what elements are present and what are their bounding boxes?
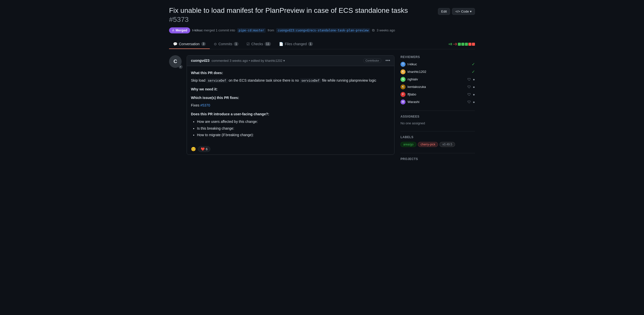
- breaking-change-list: How are users affected by this change: I…: [191, 119, 390, 138]
- reviewer-avatar-4: K: [400, 84, 406, 89]
- label-cherry-pick[interactable]: cherry-pick: [418, 142, 438, 147]
- sidebar-divider-2: [400, 131, 475, 131]
- fixes-text-para: Fixes #5370: [191, 102, 390, 108]
- code-label: Code: [461, 10, 469, 13]
- code-servicedef-1: serviceDef: [206, 78, 227, 83]
- tab-commits[interactable]: ⊙ Commits 1: [210, 39, 243, 49]
- comment-reactions: 😊 ❤️ 6: [187, 144, 394, 154]
- diff-sq-3: [465, 43, 468, 46]
- merge-icon: ⑃: [172, 28, 174, 32]
- reviewer-name-3: nghialv: [408, 77, 465, 81]
- projects-section: Projects: [400, 157, 475, 161]
- diff-sq-2: [461, 43, 464, 46]
- list-item-3: How to migrate (if breaking change):: [197, 132, 390, 138]
- comment-menu-button[interactable]: •••: [385, 58, 390, 63]
- tab-files-count: 1: [308, 42, 313, 46]
- shield-icon-4: 🛡: [467, 85, 471, 89]
- commit-count: 1 commit: [216, 28, 229, 32]
- section-what-text: Skip load serviceDef on the ECS standalo…: [191, 78, 390, 83]
- reviewer-dot-3: ●: [473, 77, 475, 81]
- tab-files-label: Files changed: [285, 42, 307, 46]
- shield-icon-5: 🛡: [467, 92, 471, 96]
- tab-commits-count: 1: [234, 42, 238, 46]
- edited-dropdown-icon[interactable]: ▾: [283, 59, 285, 63]
- pr-title-text: Fix unable to load manifest for PlanPrev…: [169, 7, 408, 14]
- skip-load-text: Skip load: [191, 78, 206, 82]
- pr-number: #5373: [169, 16, 189, 23]
- pr-meta-author: t-kikuc merged 1 commit into: [192, 28, 235, 32]
- diff-plus: +8: [448, 42, 452, 46]
- fixes-text: Fixes: [191, 103, 199, 107]
- diff-sq-5: [472, 43, 475, 46]
- reviewers-section: Reviewers T t-kikuc ✓ K khanhtc1202 ✓ N …: [400, 55, 475, 104]
- reviewers-title: Reviewers: [400, 55, 475, 59]
- sidebar: Reviewers T t-kikuc ✓ K khanhtc1202 ✓ N …: [400, 55, 475, 167]
- diff-stats: +8 −3: [448, 42, 475, 46]
- on-the-ecs-text: on the ECS standalone task since there i…: [229, 78, 299, 82]
- code-servicedef-2: serviceDef: [300, 78, 321, 83]
- tab-conversation[interactable]: 💬 Conversation 3: [169, 39, 210, 49]
- base-branch-link[interactable]: pipe-cd:master: [237, 28, 266, 33]
- reviewer-avatar-6: W: [400, 99, 406, 104]
- reviewer-status-2: ✓: [472, 69, 475, 74]
- comment-avatar-outer: C ▶: [169, 55, 182, 68]
- comment-body: What this PR does: Skip load serviceDef …: [187, 66, 394, 144]
- add-reaction-button[interactable]: 😊: [191, 147, 196, 151]
- edited-by-link[interactable]: khanhtc1202: [265, 59, 283, 63]
- pr-title: Fix unable to load manifest for PlanPrev…: [169, 6, 475, 24]
- sidebar-divider-1: [400, 111, 475, 111]
- reviewer-row-1: T t-kikuc ✓: [400, 62, 475, 67]
- comment-card: cuongvd23 commented 3 weeks ago • edited…: [187, 55, 394, 155]
- merged-by: t-kikuc: [192, 28, 203, 32]
- tab-checks[interactable]: ☑ Checks 11: [243, 39, 275, 49]
- reviewer-avatar-1: T: [400, 62, 406, 67]
- diff-sq-4: [468, 43, 471, 46]
- section-what-title: What this PR does:: [191, 70, 390, 76]
- fixes-link[interactable]: #5370: [200, 103, 210, 107]
- label-area-go[interactable]: area/go: [400, 142, 416, 147]
- tab-files-changed[interactable]: 📄 Files changed 1: [275, 39, 317, 49]
- reviewer-name-5: ffjlabo: [408, 92, 465, 96]
- tab-conversation-count: 3: [201, 42, 206, 46]
- comment-header: cuongvd23 commented 3 weeks ago • edited…: [187, 56, 394, 66]
- tabs-bar: 💬 Conversation 3 ⊙ Commits 1 ☑ Checks 11…: [169, 39, 475, 49]
- tab-checks-count: 11: [265, 42, 271, 46]
- comment-author: cuongvd23: [191, 59, 210, 63]
- pr-time-ago: 3 weeks ago: [377, 28, 395, 32]
- label-v0495[interactable]: v0.49.5: [439, 142, 455, 147]
- list-item-1: How are users affected by this change:: [197, 119, 390, 124]
- comment-wrapper: C ▶ cuongvd23 commented 3 weeks ago • ed…: [169, 55, 394, 155]
- tab-commits-label: Commits: [218, 42, 232, 46]
- merged-badge: ⑃ Merged: [169, 27, 190, 33]
- reviewer-name-1: t-kikuc: [408, 62, 470, 66]
- code-button[interactable]: </> Code ▾: [452, 8, 475, 15]
- checks-icon: ☑: [247, 42, 250, 46]
- assignees-title: Assignees: [400, 115, 475, 118]
- no-assignees-text: No one assigned: [400, 121, 475, 125]
- comment-action: commented 3 weeks ago • edited by khanht…: [212, 59, 285, 63]
- files-icon: 📄: [279, 42, 283, 46]
- reviewer-row-2: K khanhtc1202 ✓: [400, 69, 475, 74]
- main-content: C ▶ cuongvd23 commented 3 weeks ago • ed…: [169, 55, 475, 167]
- head-branch-link[interactable]: cuongvd23:cuongvd/ecs-standalone-task-pl…: [276, 28, 370, 33]
- tab-conversation-label: Conversation: [179, 42, 200, 46]
- heart-reaction-badge[interactable]: ❤️ 6: [198, 146, 210, 152]
- contributor-badge: Contributor: [363, 58, 381, 63]
- merged-badge-text: Merged: [176, 28, 187, 32]
- reviewer-name-4: kentakozuka: [408, 85, 465, 89]
- copy-icon[interactable]: ⧉: [372, 28, 375, 32]
- edit-button[interactable]: Edit: [438, 8, 450, 15]
- heart-count: 6: [206, 147, 208, 151]
- diff-sq-1: [458, 43, 461, 46]
- section-why-title: Why we need it:: [191, 86, 390, 92]
- reviewer-avatar-2: K: [400, 69, 406, 74]
- file-while-text: file while running planpreview logic: [322, 78, 376, 82]
- edited-prefix: • edited by: [249, 59, 264, 63]
- reviewer-name-2: khanhtc1202: [408, 70, 470, 74]
- reviewer-row-6: W Warashi 🛡 ●: [400, 99, 475, 104]
- diff-squares: [458, 43, 475, 46]
- reviewer-row-4: K kentakozuka 🛡 ●: [400, 84, 475, 89]
- shield-icon-3: 🛡: [467, 77, 471, 81]
- section-which-title: Which issue(s) this PR fixes:: [191, 95, 390, 100]
- list-item-2: Is this breaking change:: [197, 126, 390, 131]
